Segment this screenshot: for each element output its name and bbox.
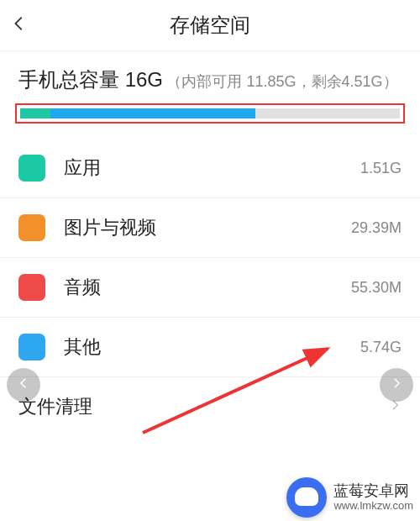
category-label: 图片与视频 — [64, 215, 351, 240]
chevron-left-icon — [16, 376, 31, 394]
watermark: 蓝莓安卓网 www.lmkzw.com — [286, 477, 413, 518]
watermark-cn: 蓝莓安卓网 — [333, 482, 413, 500]
category-value: 29.39M — [351, 219, 402, 237]
file-cleanup-label: 文件清理 — [18, 394, 388, 419]
category-swatch — [18, 274, 45, 301]
usage-bar-segment — [50, 108, 255, 118]
header: 存储空间 — [0, 0, 420, 51]
file-cleanup-row[interactable]: 文件清理 — [0, 376, 420, 436]
usage-bar-segment — [20, 108, 50, 118]
watermark-logo-icon — [286, 477, 327, 518]
chevron-right-icon — [389, 376, 404, 394]
category-row[interactable]: 音频55.30M — [0, 257, 420, 317]
category-label: 其他 — [64, 334, 360, 360]
category-row[interactable]: 其他5.74G — [0, 317, 420, 376]
category-value: 5.74G — [360, 339, 402, 356]
category-swatch — [18, 155, 45, 182]
usage-bar — [20, 108, 400, 118]
total-capacity-label: 手机总容量 16G — [18, 68, 163, 91]
category-label: 音频 — [64, 275, 351, 300]
usage-bar-highlight — [15, 103, 405, 124]
watermark-en: www.lmkzw.com — [333, 500, 413, 513]
gallery-prev-button[interactable] — [7, 368, 40, 402]
page-title: 存储空间 — [170, 12, 250, 39]
capacity-detail: （内部可用 11.85G，剩余4.51G） — [166, 73, 397, 90]
chevron-left-icon — [10, 14, 29, 36]
category-value: 55.30M — [351, 279, 402, 297]
storage-summary: 手机总容量 16G （内部可用 11.85G，剩余4.51G） — [0, 51, 420, 93]
category-swatch — [18, 214, 45, 241]
category-swatch — [18, 334, 45, 360]
gallery-next-button[interactable] — [380, 368, 413, 402]
category-row[interactable]: 图片与视频29.39M — [0, 197, 420, 257]
back-button[interactable] — [10, 0, 29, 50]
category-row[interactable]: 应用1.51G — [0, 139, 420, 197]
category-label: 应用 — [64, 155, 360, 181]
watermark-text: 蓝莓安卓网 www.lmkzw.com — [333, 482, 413, 513]
category-list: 应用1.51G图片与视频29.39M音频55.30M其他5.74G — [0, 139, 420, 376]
category-value: 1.51G — [360, 160, 402, 177]
storage-screen: 存储空间 手机总容量 16G （内部可用 11.85G，剩余4.51G） 应用1… — [0, 0, 420, 521]
